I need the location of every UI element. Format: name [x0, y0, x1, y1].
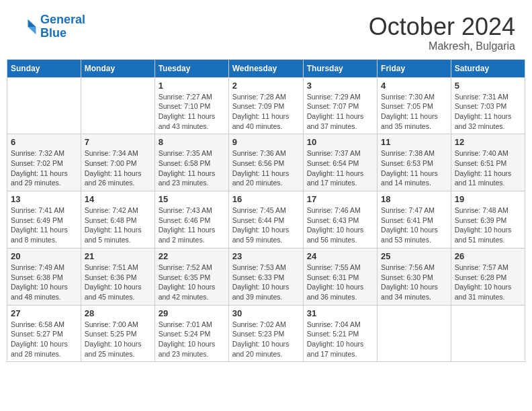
day-info: Sunrise: 7:00 AM Sunset: 5:25 PM Dayligh…	[85, 320, 151, 359]
day-info: Sunrise: 7:47 AM Sunset: 6:41 PM Dayligh…	[381, 205, 447, 245]
day-info: Sunrise: 6:58 AM Sunset: 5:27 PM Dayligh…	[11, 320, 77, 359]
table-row: 16Sunrise: 7:45 AM Sunset: 6:44 PM Dayli…	[228, 191, 303, 248]
header-friday: Friday	[378, 59, 451, 77]
page-header: General Blue October 2024 Makresh, Bulga…	[7, 7, 525, 56]
day-number: 4	[381, 81, 447, 91]
table-row: 30Sunrise: 7:02 AM Sunset: 5:23 PM Dayli…	[228, 305, 303, 362]
table-row: 9Sunrise: 7:36 AM Sunset: 6:56 PM Daylig…	[228, 134, 303, 191]
table-row: 11Sunrise: 7:38 AM Sunset: 6:53 PM Dayli…	[378, 134, 451, 191]
calendar-week-row: 20Sunrise: 7:49 AM Sunset: 6:38 PM Dayli…	[7, 248, 525, 305]
table-row: 23Sunrise: 7:53 AM Sunset: 6:33 PM Dayli…	[228, 248, 303, 305]
day-number: 2	[232, 81, 300, 91]
table-row: 17Sunrise: 7:46 AM Sunset: 6:43 PM Dayli…	[303, 191, 377, 248]
day-info: Sunrise: 7:27 AM Sunset: 7:10 PM Dayligh…	[159, 92, 225, 132]
calendar-week-row: 27Sunrise: 6:58 AM Sunset: 5:27 PM Dayli…	[7, 305, 525, 362]
day-number: 27	[11, 308, 77, 318]
day-number: 28	[85, 308, 151, 318]
day-info: Sunrise: 7:57 AM Sunset: 6:28 PM Dayligh…	[455, 263, 521, 302]
table-row: 8Sunrise: 7:35 AM Sunset: 6:58 PM Daylig…	[154, 134, 228, 191]
day-info: Sunrise: 7:35 AM Sunset: 6:58 PM Dayligh…	[159, 148, 225, 188]
day-number: 7	[85, 137, 151, 147]
day-info: Sunrise: 7:53 AM Sunset: 6:33 PM Dayligh…	[232, 263, 300, 302]
logo: General Blue	[17, 13, 85, 40]
svg-marker-0	[28, 19, 36, 27]
day-info: Sunrise: 7:04 AM Sunset: 5:21 PM Dayligh…	[307, 320, 373, 359]
day-number: 14	[85, 194, 151, 204]
calendar-table: Sunday Monday Tuesday Wednesday Thursday…	[7, 59, 525, 363]
day-info: Sunrise: 7:02 AM Sunset: 5:23 PM Dayligh…	[232, 320, 300, 359]
day-number: 10	[307, 137, 373, 147]
table-row: 5Sunrise: 7:31 AM Sunset: 7:03 PM Daylig…	[451, 77, 525, 134]
day-info: Sunrise: 7:38 AM Sunset: 6:53 PM Dayligh…	[381, 148, 447, 188]
day-number: 5	[455, 81, 521, 91]
day-info: Sunrise: 7:46 AM Sunset: 6:43 PM Dayligh…	[307, 205, 373, 245]
table-row: 4Sunrise: 7:30 AM Sunset: 7:05 PM Daylig…	[378, 77, 451, 134]
table-row: 22Sunrise: 7:52 AM Sunset: 6:35 PM Dayli…	[154, 248, 228, 305]
table-row: 24Sunrise: 7:55 AM Sunset: 6:31 PM Dayli…	[303, 248, 377, 305]
table-row	[81, 77, 154, 134]
table-row: 15Sunrise: 7:43 AM Sunset: 6:46 PM Dayli…	[154, 191, 228, 248]
day-info: Sunrise: 7:32 AM Sunset: 7:02 PM Dayligh…	[11, 148, 77, 188]
table-row: 29Sunrise: 7:01 AM Sunset: 5:24 PM Dayli…	[154, 305, 228, 362]
table-row	[378, 305, 451, 362]
logo-text: General Blue	[40, 13, 85, 40]
day-number: 22	[159, 251, 225, 261]
table-row	[7, 77, 81, 134]
location-subtitle: Makresh, Bulgaria	[369, 40, 515, 52]
table-row: 21Sunrise: 7:51 AM Sunset: 6:36 PM Dayli…	[81, 248, 154, 305]
day-number: 31	[307, 308, 373, 318]
day-info: Sunrise: 7:37 AM Sunset: 6:54 PM Dayligh…	[307, 148, 373, 188]
day-number: 3	[307, 81, 373, 91]
day-number: 13	[11, 194, 77, 204]
table-row: 13Sunrise: 7:41 AM Sunset: 6:49 PM Dayli…	[7, 191, 81, 248]
table-row: 3Sunrise: 7:29 AM Sunset: 7:07 PM Daylig…	[303, 77, 377, 134]
table-row: 14Sunrise: 7:42 AM Sunset: 6:48 PM Dayli…	[81, 191, 154, 248]
table-row: 26Sunrise: 7:57 AM Sunset: 6:28 PM Dayli…	[451, 248, 525, 305]
header-tuesday: Tuesday	[154, 59, 228, 77]
calendar-week-row: 6Sunrise: 7:32 AM Sunset: 7:02 PM Daylig…	[7, 134, 525, 191]
day-number: 6	[11, 137, 77, 147]
day-number: 25	[381, 251, 447, 261]
day-info: Sunrise: 7:42 AM Sunset: 6:48 PM Dayligh…	[85, 205, 151, 245]
day-info: Sunrise: 7:28 AM Sunset: 7:09 PM Dayligh…	[232, 92, 300, 132]
day-number: 1	[159, 81, 225, 91]
day-number: 29	[159, 308, 225, 318]
table-row: 2Sunrise: 7:28 AM Sunset: 7:09 PM Daylig…	[228, 77, 303, 134]
calendar-week-row: 13Sunrise: 7:41 AM Sunset: 6:49 PM Dayli…	[7, 191, 525, 248]
day-info: Sunrise: 7:55 AM Sunset: 6:31 PM Dayligh…	[307, 263, 373, 302]
day-number: 17	[307, 194, 373, 204]
day-number: 23	[232, 251, 300, 261]
header-thursday: Thursday	[303, 59, 377, 77]
day-number: 20	[11, 251, 77, 261]
table-row: 7Sunrise: 7:34 AM Sunset: 7:00 PM Daylig…	[81, 134, 154, 191]
day-info: Sunrise: 7:41 AM Sunset: 6:49 PM Dayligh…	[11, 205, 77, 245]
day-number: 11	[381, 137, 447, 147]
calendar-header-row: Sunday Monday Tuesday Wednesday Thursday…	[7, 59, 525, 77]
day-number: 16	[232, 194, 300, 204]
table-row: 31Sunrise: 7:04 AM Sunset: 5:21 PM Dayli…	[303, 305, 377, 362]
table-row: 6Sunrise: 7:32 AM Sunset: 7:02 PM Daylig…	[7, 134, 81, 191]
header-sunday: Sunday	[7, 59, 81, 77]
day-number: 26	[455, 251, 521, 261]
svg-marker-1	[28, 27, 36, 34]
day-number: 19	[455, 194, 521, 204]
table-row: 25Sunrise: 7:56 AM Sunset: 6:30 PM Dayli…	[378, 248, 451, 305]
title-block: October 2024 Makresh, Bulgaria	[369, 13, 515, 52]
day-info: Sunrise: 7:30 AM Sunset: 7:05 PM Dayligh…	[381, 92, 447, 132]
day-info: Sunrise: 7:48 AM Sunset: 6:39 PM Dayligh…	[455, 205, 521, 245]
day-info: Sunrise: 7:01 AM Sunset: 5:24 PM Dayligh…	[159, 320, 225, 359]
day-number: 18	[381, 194, 447, 204]
day-number: 12	[455, 137, 521, 147]
day-info: Sunrise: 7:49 AM Sunset: 6:38 PM Dayligh…	[11, 263, 77, 302]
day-info: Sunrise: 7:31 AM Sunset: 7:03 PM Dayligh…	[455, 92, 521, 132]
day-info: Sunrise: 7:43 AM Sunset: 6:46 PM Dayligh…	[159, 205, 225, 245]
day-number: 21	[85, 251, 151, 261]
calendar-week-row: 1Sunrise: 7:27 AM Sunset: 7:10 PM Daylig…	[7, 77, 525, 134]
table-row	[451, 305, 525, 362]
month-title: October 2024	[369, 13, 515, 40]
table-row: 19Sunrise: 7:48 AM Sunset: 6:39 PM Dayli…	[451, 191, 525, 248]
table-row: 27Sunrise: 6:58 AM Sunset: 5:27 PM Dayli…	[7, 305, 81, 362]
table-row: 12Sunrise: 7:40 AM Sunset: 6:51 PM Dayli…	[451, 134, 525, 191]
table-row: 1Sunrise: 7:27 AM Sunset: 7:10 PM Daylig…	[154, 77, 228, 134]
day-number: 8	[159, 137, 225, 147]
